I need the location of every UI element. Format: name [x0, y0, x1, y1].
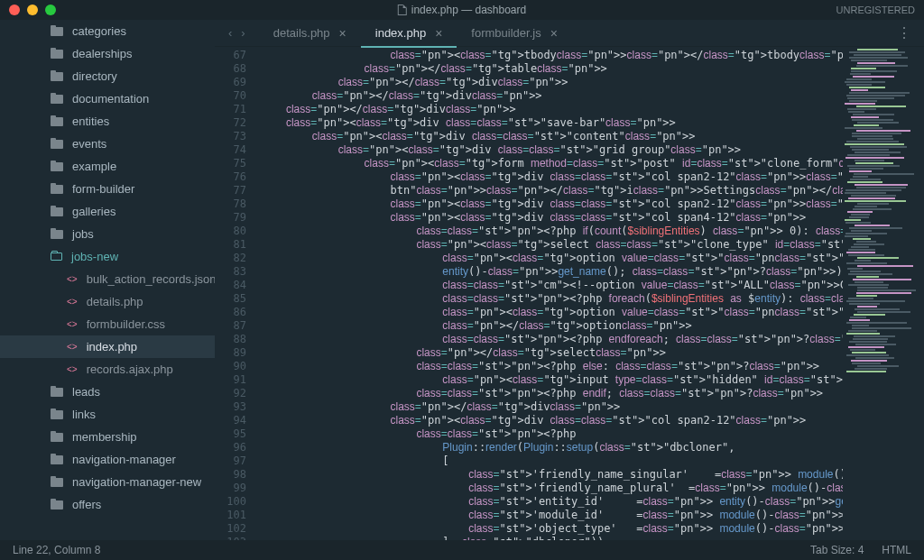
- sidebar-item-label: jobs: [72, 227, 94, 241]
- sidebar-item-links[interactable]: links: [0, 403, 215, 426]
- folder-icon: [51, 162, 63, 171]
- editor-area: ‹ › details.php×index.php×formbuilder.js…: [215, 20, 924, 540]
- tab-close-icon[interactable]: ×: [339, 26, 346, 41]
- status-right: Tab Size: 4 HTML: [810, 544, 911, 556]
- folder-icon: [51, 230, 63, 239]
- file-icon: <>: [67, 297, 78, 307]
- tab-forward-icon[interactable]: ›: [241, 26, 245, 40]
- sidebar-item-label: details.php: [87, 295, 143, 308]
- title-bar: index.php — dashboard UNREGISTERED: [0, 0, 924, 20]
- folder-icon: [51, 27, 63, 36]
- sidebar: categoriesdealershipsdirectorydocumentat…: [0, 20, 215, 540]
- tab-back-icon[interactable]: ‹: [228, 26, 232, 40]
- folder-icon: [51, 72, 63, 81]
- sidebar-item-index-php[interactable]: <>index.php: [0, 335, 215, 358]
- sidebar-item-label: galleries: [72, 205, 116, 218]
- folder-icon: [51, 185, 63, 194]
- tab-label: details.php: [273, 26, 330, 40]
- tab-index-php[interactable]: index.php×: [361, 20, 457, 47]
- maximize-window-button[interactable]: [45, 5, 56, 15]
- sidebar-item-offers[interactable]: offers: [0, 493, 215, 516]
- sidebar-item-label: form-builder: [72, 182, 134, 196]
- tab-size-indicator[interactable]: Tab Size: 4: [810, 544, 864, 556]
- syntax-indicator[interactable]: HTML: [882, 544, 911, 556]
- folder-icon: [51, 455, 63, 464]
- sidebar-item-label: events: [72, 137, 106, 151]
- sidebar-item-label: leads: [72, 385, 100, 399]
- folder-icon: [51, 433, 63, 442]
- tab-nav-arrows: ‹ ›: [215, 26, 259, 40]
- sidebar-item-directory[interactable]: directory: [0, 65, 215, 87]
- line-gutter: 67 68 69 70 71 72 73 74 75 76 77 78 79 8…: [215, 47, 260, 540]
- folder-icon: [51, 95, 63, 104]
- folder-icon: [51, 140, 63, 149]
- sidebar-item-jobs[interactable]: jobs: [0, 223, 215, 245]
- tab-label: formbuilder.js: [471, 26, 541, 40]
- sidebar-item-label: records.ajax.php: [87, 363, 173, 376]
- sidebar-item-example[interactable]: example: [0, 155, 215, 178]
- folder-icon: [51, 252, 62, 261]
- sidebar-item-navigation-manager-new[interactable]: navigation-manager-new: [0, 471, 215, 493]
- sidebar-item-form-builder[interactable]: form-builder: [0, 178, 215, 200]
- sidebar-item-galleries[interactable]: galleries: [0, 200, 215, 223]
- sidebar-item-label: bulk_action_records.json.php: [87, 272, 215, 286]
- main-area: categoriesdealershipsdirectorydocumentat…: [0, 20, 924, 540]
- sidebar-item-label: example: [72, 160, 116, 173]
- file-icon: <>: [67, 342, 78, 352]
- sidebar-item-membership[interactable]: membership: [0, 426, 215, 448]
- sidebar-item-dealerships[interactable]: dealerships: [0, 42, 215, 65]
- sidebar-item-documentation[interactable]: documentation: [0, 87, 215, 110]
- sidebar-item-label: offers: [72, 498, 101, 511]
- traffic-lights: [0, 5, 56, 15]
- file-icon: <>: [67, 274, 78, 284]
- file-icon: <>: [67, 319, 78, 329]
- minimize-window-button[interactable]: [27, 5, 38, 15]
- sidebar-item-label: documentation: [72, 92, 149, 106]
- sidebar-item-categories[interactable]: categories: [0, 20, 215, 42]
- sidebar-item-label: links: [72, 408, 96, 421]
- sidebar-item-records-ajax-php[interactable]: <>records.ajax.php: [0, 358, 215, 381]
- sidebar-item-label: categories: [72, 24, 126, 38]
- code-wrap: 67 68 69 70 71 72 73 74 75 76 77 78 79 8…: [215, 47, 924, 540]
- tab-label: index.php: [375, 26, 426, 40]
- sidebar-item-jobs-new[interactable]: jobs-new: [0, 245, 215, 268]
- sidebar-item-formbuilder-css[interactable]: <>formbuilder.css: [0, 313, 215, 335]
- minimap[interactable]: [843, 47, 924, 540]
- close-window-button[interactable]: [9, 5, 20, 15]
- tab-overflow-icon[interactable]: ⋮: [884, 24, 924, 41]
- sidebar-item-label: membership: [72, 430, 137, 444]
- folder-icon: [51, 388, 63, 397]
- sidebar-item-label: directory: [72, 69, 117, 83]
- folder-icon: [51, 207, 63, 216]
- sidebar-item-details-php[interactable]: <>details.php: [0, 290, 215, 313]
- sidebar-item-label: jobs-new: [71, 250, 118, 263]
- status-bar: Line 22, Column 8 Tab Size: 4 HTML: [0, 540, 924, 560]
- code-editor[interactable]: class="pn"><class="tg">tbodyclass="pn">>…: [260, 47, 843, 540]
- sidebar-item-entities[interactable]: entities: [0, 110, 215, 133]
- tab-details-php[interactable]: details.php×: [259, 20, 361, 47]
- cursor-position[interactable]: Line 22, Column 8: [13, 544, 100, 556]
- folder-icon: [51, 410, 63, 419]
- tab-formbuilder-js[interactable]: formbuilder.js×: [457, 20, 572, 47]
- folder-icon: [51, 50, 63, 59]
- tab-bar: ‹ › details.php×index.php×formbuilder.js…: [215, 20, 924, 47]
- sidebar-item-events[interactable]: events: [0, 133, 215, 155]
- sidebar-item-label: formbuilder.css: [87, 317, 165, 331]
- tab-close-icon[interactable]: ×: [550, 26, 558, 41]
- window-title-text: index.php — dashboard: [411, 4, 526, 16]
- document-icon: [398, 5, 407, 15]
- sidebar-item-navigation-manager[interactable]: navigation-manager: [0, 448, 215, 471]
- sidebar-item-leads[interactable]: leads: [0, 381, 215, 403]
- sidebar-item-label: navigation-manager: [72, 453, 176, 466]
- folder-icon: [51, 117, 63, 126]
- file-icon: <>: [67, 364, 78, 374]
- folder-icon: [51, 500, 63, 510]
- sidebar-item-label: navigation-manager-new: [72, 475, 201, 489]
- sidebar-item-label: entities: [72, 115, 109, 128]
- tab-close-icon[interactable]: ×: [435, 26, 442, 41]
- sidebar-item-bulk-action-records-json-php[interactable]: <>bulk_action_records.json.php: [0, 268, 215, 290]
- unregistered-label: UNREGISTERED: [836, 5, 915, 15]
- sidebar-item-label: index.php: [87, 340, 137, 353]
- window-title: index.php — dashboard: [398, 4, 526, 16]
- tabs-container: details.php×index.php×formbuilder.js×: [259, 20, 572, 47]
